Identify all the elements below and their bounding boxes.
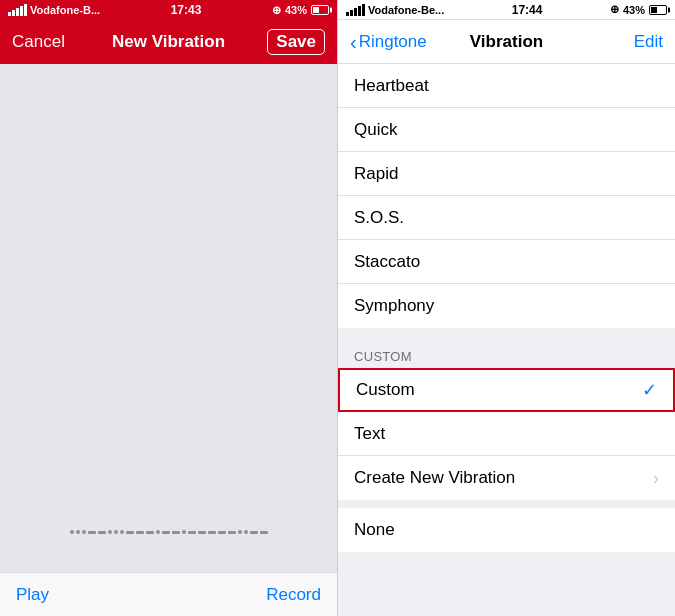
back-button[interactable]: ‹ Ringtone bbox=[350, 32, 427, 52]
play-button[interactable]: Play bbox=[16, 585, 49, 605]
item-label: Quick bbox=[354, 120, 397, 140]
waveform-dash bbox=[208, 531, 216, 534]
standard-section: Heartbeat Quick Rapid S.O.S. Staccato Sy… bbox=[338, 64, 675, 328]
waveform-dash bbox=[260, 531, 268, 534]
custom-item-label: Custom bbox=[356, 380, 415, 400]
waveform-dash bbox=[88, 531, 96, 534]
left-nav-title: New Vibration bbox=[112, 32, 225, 52]
create-new-vibration-item[interactable]: Create New Vibration › bbox=[338, 456, 675, 500]
right-battery-icon bbox=[649, 5, 667, 15]
waveform-dash bbox=[162, 531, 170, 534]
bottom-toolbar: Play Record bbox=[0, 572, 337, 616]
vibration-list: Heartbeat Quick Rapid S.O.S. Staccato Sy… bbox=[338, 64, 675, 616]
item-label: Symphony bbox=[354, 296, 434, 316]
section-header-text: CUSTOM bbox=[354, 349, 412, 364]
item-label: S.O.S. bbox=[354, 208, 404, 228]
none-label: None bbox=[354, 520, 395, 540]
waveform-dot bbox=[244, 530, 248, 534]
waveform-dash bbox=[136, 531, 144, 534]
waveform-dash bbox=[98, 531, 106, 534]
waveform-dash bbox=[146, 531, 154, 534]
waveform-dot bbox=[76, 530, 80, 534]
back-label: Ringtone bbox=[359, 32, 427, 52]
waveform-dot bbox=[182, 530, 186, 534]
waveform-dot bbox=[70, 530, 74, 534]
left-status-bar: Vodafone-B... 17:43 ⊕ 43% bbox=[0, 0, 337, 20]
none-section: None bbox=[338, 508, 675, 552]
waveform-dot bbox=[156, 530, 160, 534]
left-nav-bar: Cancel New Vibration Save bbox=[0, 20, 337, 64]
none-item[interactable]: None bbox=[338, 508, 675, 552]
waveform-dash bbox=[228, 531, 236, 534]
waveform-display bbox=[0, 512, 337, 552]
list-item[interactable]: Rapid bbox=[338, 152, 675, 196]
carrier-label: Vodafone-B... bbox=[30, 4, 100, 16]
waveform-dot bbox=[82, 530, 86, 534]
item-label: Text bbox=[354, 424, 385, 444]
record-button[interactable]: Record bbox=[266, 585, 321, 605]
waveform-dash bbox=[198, 531, 206, 534]
right-nav-bar: ‹ Ringtone Vibration Edit bbox=[338, 20, 675, 64]
item-label: Rapid bbox=[354, 164, 398, 184]
checkmark-icon: ✓ bbox=[642, 379, 657, 401]
chevron-left-icon: ‹ bbox=[350, 32, 357, 52]
list-item[interactable]: Symphony bbox=[338, 284, 675, 328]
waveform-dash bbox=[172, 531, 180, 534]
save-button[interactable]: Save bbox=[267, 29, 325, 55]
gps-icon: ⊕ bbox=[272, 4, 281, 17]
left-time: 17:43 bbox=[171, 3, 202, 17]
right-nav-title: Vibration bbox=[470, 32, 543, 52]
edit-button[interactable]: Edit bbox=[634, 32, 663, 52]
right-screen: Vodafone-Be... 17:44 ⊕ 43% ‹ Ringtone Vi… bbox=[338, 0, 675, 616]
waveform-dot bbox=[114, 530, 118, 534]
custom-section-header: CUSTOM bbox=[338, 336, 675, 368]
right-carrier-label: Vodafone-Be... bbox=[368, 4, 444, 16]
waveform-dot bbox=[238, 530, 242, 534]
right-status-bar: Vodafone-Be... 17:44 ⊕ 43% bbox=[338, 0, 675, 20]
create-new-label: Create New Vibration bbox=[354, 468, 515, 488]
right-time: 17:44 bbox=[512, 3, 543, 17]
list-item[interactable]: Quick bbox=[338, 108, 675, 152]
waveform-dash bbox=[250, 531, 258, 534]
waveform-dot bbox=[108, 530, 112, 534]
right-signal-bars-icon bbox=[346, 4, 365, 16]
signal-bars-icon bbox=[8, 4, 27, 16]
section-separator bbox=[338, 328, 675, 336]
chevron-right-icon: › bbox=[653, 468, 659, 489]
battery-label: 43% bbox=[285, 4, 307, 16]
right-status-right: ⊕ 43% bbox=[610, 3, 667, 16]
list-item[interactable]: Staccato bbox=[338, 240, 675, 284]
vibration-canvas[interactable] bbox=[0, 64, 337, 572]
section-separator-2 bbox=[338, 500, 675, 508]
list-item[interactable]: S.O.S. bbox=[338, 196, 675, 240]
waveform-dash bbox=[218, 531, 226, 534]
right-status-left: Vodafone-Be... bbox=[346, 4, 444, 16]
item-label: Staccato bbox=[354, 252, 420, 272]
left-status-right: ⊕ 43% bbox=[272, 4, 329, 17]
waveform-dash bbox=[126, 531, 134, 534]
right-battery-label: 43% bbox=[623, 4, 645, 16]
list-item[interactable]: Heartbeat bbox=[338, 64, 675, 108]
custom-item[interactable]: Custom ✓ bbox=[338, 368, 675, 412]
item-label: Heartbeat bbox=[354, 76, 429, 96]
left-screen: Vodafone-B... 17:43 ⊕ 43% Cancel New Vib… bbox=[0, 0, 337, 616]
list-item[interactable]: Text bbox=[338, 412, 675, 456]
custom-section: Custom ✓ Text Create New Vibration › bbox=[338, 368, 675, 500]
cancel-button[interactable]: Cancel bbox=[12, 32, 65, 52]
waveform-dot bbox=[120, 530, 124, 534]
right-gps-icon: ⊕ bbox=[610, 3, 619, 16]
left-status-left: Vodafone-B... bbox=[8, 4, 100, 16]
waveform-dash bbox=[188, 531, 196, 534]
battery-icon bbox=[311, 5, 329, 15]
